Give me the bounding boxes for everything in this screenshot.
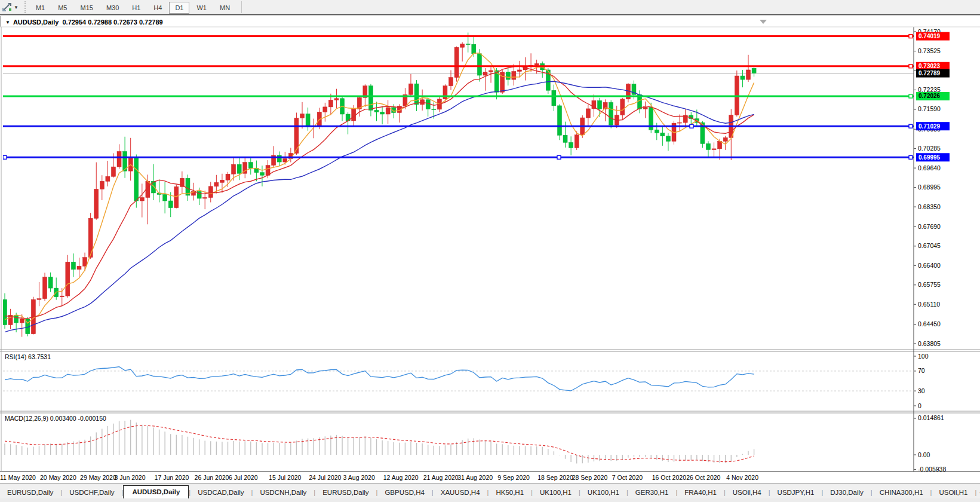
candle[interactable]: [237, 158, 241, 180]
candle[interactable]: [134, 154, 139, 207]
candle[interactable]: [243, 157, 247, 178]
candle[interactable]: [248, 158, 253, 175]
candle[interactable]: [712, 142, 716, 158]
tab-scroll-left-icon[interactable]: ◂: [976, 487, 980, 499]
candle[interactable]: [83, 253, 87, 271]
candle[interactable]: [752, 68, 756, 77]
chart-tab-uk100-h1[interactable]: UK100,H1: [580, 486, 626, 499]
candle[interactable]: [283, 152, 287, 165]
candle[interactable]: [483, 68, 487, 91]
chart-tab-eurusd-daily[interactable]: EURUSD,Daily: [315, 486, 376, 499]
candle[interactable]: [312, 119, 316, 139]
chart-tab-usdcad-daily[interactable]: USDCAD,Daily: [191, 486, 251, 499]
candle[interactable]: [340, 96, 345, 121]
timeframe-button-h1[interactable]: H1: [126, 2, 146, 14]
candle[interactable]: [128, 138, 133, 181]
chart-tab-eurusd-daily[interactable]: EURUSD,Daily: [0, 486, 60, 499]
candle[interactable]: [386, 100, 390, 124]
chart-tab-china300-h1[interactable]: CHINA300,H1: [873, 486, 930, 499]
candle[interactable]: [706, 141, 710, 157]
timeframe-button-m1[interactable]: M1: [30, 2, 51, 14]
candle[interactable]: [277, 151, 281, 166]
toolbar-grip[interactable]: [24, 1, 26, 13]
time-axis[interactable]: 11 May 202020 May 202029 May 20208 Jun 2…: [0, 474, 758, 481]
line-handle[interactable]: [690, 124, 693, 128]
chart-tab-usdcnh-daily[interactable]: USDCNH,Daily: [253, 486, 314, 499]
candle[interactable]: [615, 106, 619, 128]
chart-tab-gbpusd-h4[interactable]: GBPUSD,H4: [377, 486, 431, 499]
line-handle[interactable]: [909, 124, 913, 128]
candle[interactable]: [94, 163, 99, 220]
candle[interactable]: [460, 42, 465, 62]
chart-tab-usoil-h4[interactable]: USOil,H4: [726, 486, 769, 499]
candle[interactable]: [517, 61, 521, 78]
candle[interactable]: [294, 112, 299, 155]
candle[interactable]: [31, 297, 35, 335]
line-handle[interactable]: [909, 65, 913, 68]
candle[interactable]: [106, 161, 110, 186]
candle[interactable]: [741, 70, 745, 87]
chart-tab-uk100-h1[interactable]: UK100,H1: [533, 486, 579, 499]
candle[interactable]: [735, 71, 739, 117]
chart-tab-ger30-h1[interactable]: GER30,H1: [628, 486, 676, 499]
candle[interactable]: [408, 74, 413, 97]
candle[interactable]: [226, 172, 230, 187]
timeframe-button-m30[interactable]: M30: [100, 2, 125, 14]
candle[interactable]: [3, 293, 7, 329]
chart-tab-audusd-daily[interactable]: AUDUSD,Daily: [123, 485, 189, 499]
timeframe-button-mn[interactable]: MN: [214, 2, 236, 14]
candle[interactable]: [420, 90, 425, 111]
candle[interactable]: [368, 84, 373, 117]
line-handle[interactable]: [3, 155, 7, 159]
chart-tab-xauusd-h4[interactable]: XAUUSD,H4: [434, 486, 487, 499]
chart-tab-usoil-h1[interactable]: USOil,H1: [932, 486, 975, 499]
timeframe-button-m15[interactable]: M15: [74, 2, 99, 14]
line-handle[interactable]: [909, 155, 913, 159]
candle[interactable]: [586, 105, 590, 126]
chart-tab-dj30-daily[interactable]: DJ30,Daily: [823, 486, 871, 499]
candle[interactable]: [48, 273, 53, 292]
candle[interactable]: [334, 89, 339, 109]
candle[interactable]: [592, 94, 596, 117]
candle[interactable]: [426, 98, 430, 117]
candle[interactable]: [552, 85, 556, 111]
candle[interactable]: [346, 112, 350, 134]
candle[interactable]: [54, 277, 59, 299]
chevron-down-icon[interactable]: ▼: [14, 5, 19, 10]
candle[interactable]: [454, 47, 459, 82]
candle[interactable]: [8, 309, 13, 329]
timeframe-button-m5[interactable]: M5: [52, 2, 73, 14]
candle[interactable]: [569, 136, 573, 155]
candle[interactable]: [374, 102, 379, 121]
candle[interactable]: [660, 127, 665, 146]
timeframe-button-h4[interactable]: H4: [148, 2, 168, 14]
candle[interactable]: [546, 68, 550, 94]
candle[interactable]: [300, 102, 305, 128]
candle[interactable]: [523, 57, 527, 81]
candle[interactable]: [746, 55, 751, 82]
candle[interactable]: [643, 102, 647, 118]
candle[interactable]: [180, 172, 184, 194]
candle[interactable]: [380, 106, 385, 124]
candle[interactable]: [609, 100, 613, 128]
candle[interactable]: [77, 258, 81, 277]
candle[interactable]: [678, 114, 682, 131]
candle[interactable]: [540, 62, 545, 78]
candle[interactable]: [163, 182, 167, 213]
candle[interactable]: [557, 104, 561, 140]
chart-tab-usdchf-daily[interactable]: USDCHF,Daily: [62, 486, 121, 499]
line-handle[interactable]: [909, 94, 913, 98]
candle[interactable]: [66, 255, 70, 298]
candle[interactable]: [140, 183, 144, 217]
candle[interactable]: [208, 182, 213, 202]
timeframe-button-d1[interactable]: D1: [169, 2, 189, 14]
candle[interactable]: [37, 282, 41, 306]
candle[interactable]: [323, 103, 327, 122]
candle[interactable]: [666, 133, 670, 151]
candle[interactable]: [100, 175, 104, 200]
chart-canvas[interactable]: 0.741700.735250.728800.722350.715900.709…: [0, 15, 980, 483]
candle[interactable]: [306, 108, 310, 131]
candle[interactable]: [43, 273, 47, 301]
candle[interactable]: [683, 109, 687, 126]
candle[interactable]: [626, 83, 630, 102]
